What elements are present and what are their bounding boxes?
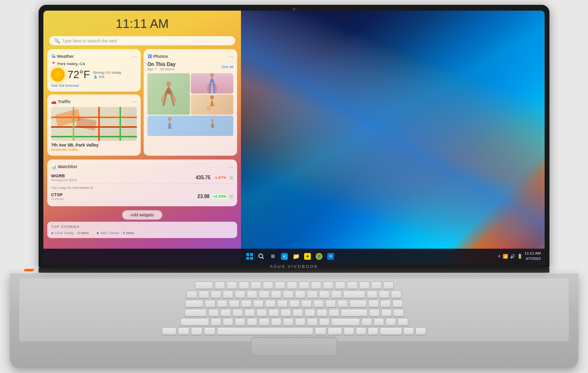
key-arrow-down[interactable] — [356, 327, 366, 335]
key-x[interactable] — [223, 318, 233, 326]
chrome-button[interactable] — [314, 252, 324, 261]
key-m[interactable] — [283, 318, 294, 326]
key-t[interactable] — [253, 300, 264, 307]
key-0[interactable] — [307, 291, 318, 298]
key-bracket-l[interactable] — [325, 300, 336, 307]
key-f1[interactable] — [214, 281, 225, 289]
key-2[interactable] — [211, 291, 221, 298]
key-num3[interactable] — [398, 318, 408, 326]
task-view-button[interactable]: ⊞ — [268, 252, 278, 261]
app1-button[interactable]: ★ — [303, 252, 312, 261]
watchlist-more-button[interactable]: ··· — [228, 163, 233, 170]
key-num2[interactable] — [386, 318, 396, 326]
key-alt-l[interactable] — [204, 327, 215, 335]
touchpad[interactable] — [251, 337, 337, 356]
key-f12[interactable] — [347, 281, 358, 289]
key-backtick[interactable] — [187, 291, 197, 298]
key-num8[interactable] — [380, 300, 391, 307]
key-shift-r[interactable] — [331, 318, 360, 326]
weather-forecast-link[interactable]: See full forecast — [51, 83, 137, 88]
key-5[interactable] — [247, 291, 257, 298]
key-g[interactable] — [256, 309, 267, 317]
key-7[interactable] — [271, 291, 281, 298]
key-r[interactable] — [241, 300, 252, 307]
search-bar[interactable]: 🔍 Type here to search the web — [49, 36, 235, 45]
key-f10[interactable] — [323, 281, 334, 289]
key-semicolon[interactable] — [317, 309, 327, 317]
key-f3[interactable] — [239, 281, 249, 289]
key-u[interactable] — [277, 300, 288, 307]
key-nummul[interactable] — [391, 291, 401, 298]
search-taskbar-button[interactable] — [256, 252, 266, 261]
file-explorer-button[interactable]: 📁 — [291, 252, 301, 261]
key-space[interactable] — [217, 327, 313, 335]
key-1[interactable] — [199, 291, 209, 298]
outlook-button[interactable]: O — [326, 252, 335, 261]
key-capslock[interactable] — [185, 309, 207, 317]
key-ctrl-l[interactable] — [162, 327, 176, 335]
key-num9[interactable] — [392, 300, 403, 307]
key-alt-r[interactable] — [315, 327, 326, 335]
key-z[interactable] — [211, 318, 221, 326]
key-arrow-up[interactable] — [361, 318, 372, 326]
key-p[interactable] — [313, 300, 324, 307]
key-f2[interactable] — [227, 281, 237, 289]
key-equals[interactable] — [331, 291, 342, 298]
key-num1[interactable] — [374, 318, 384, 326]
key-f11[interactable] — [335, 281, 346, 289]
start-button[interactable] — [245, 252, 254, 261]
key-o[interactable] — [301, 300, 312, 307]
key-9[interactable] — [295, 291, 306, 298]
key-4[interactable] — [235, 291, 245, 298]
key-b[interactable] — [259, 318, 269, 326]
key-numenter[interactable] — [415, 327, 426, 335]
weather-more-button[interactable]: ··· — [132, 53, 137, 60]
key-f5[interactable] — [263, 281, 273, 289]
key-3[interactable] — [223, 291, 233, 298]
key-f7[interactable] — [287, 281, 297, 289]
key-f6[interactable] — [275, 281, 285, 289]
key-tab[interactable] — [185, 300, 203, 307]
key-period[interactable] — [307, 318, 318, 326]
key-prtsc[interactable] — [383, 281, 394, 289]
key-num0[interactable] — [380, 327, 402, 335]
key-arrow-left[interactable] — [344, 327, 354, 335]
add-widgets-button[interactable]: Add widgets — [122, 210, 162, 220]
photos-see-all-link[interactable]: See all — [222, 65, 233, 69]
key-a[interactable] — [208, 309, 219, 317]
key-backspace[interactable] — [343, 291, 365, 298]
key-win[interactable] — [191, 327, 202, 335]
key-8[interactable] — [283, 291, 294, 298]
chevron-up-icon[interactable]: ∧ — [498, 254, 501, 258]
key-f8[interactable] — [299, 281, 309, 289]
key-backslash[interactable] — [349, 300, 367, 307]
key-i[interactable] — [289, 300, 300, 307]
key-comma[interactable] — [295, 318, 306, 326]
key-num5[interactable] — [381, 309, 392, 317]
key-6[interactable] — [259, 291, 269, 298]
key-f9[interactable] — [311, 281, 321, 289]
key-j[interactable] — [281, 309, 291, 317]
key-v[interactable] — [247, 318, 257, 326]
key-esc[interactable] — [195, 281, 213, 289]
key-num4[interactable] — [369, 309, 380, 317]
key-c[interactable] — [235, 318, 245, 326]
key-numdiv[interactable] — [379, 291, 389, 298]
traffic-more-button[interactable]: ··· — [132, 98, 137, 105]
key-s[interactable] — [220, 309, 231, 317]
key-f[interactable] — [244, 309, 255, 317]
key-n[interactable] — [271, 318, 281, 326]
key-quote[interactable] — [329, 309, 339, 317]
key-num7[interactable] — [368, 300, 379, 307]
key-k[interactable] — [293, 309, 303, 317]
edge-button[interactable]: e — [280, 252, 289, 261]
key-shift-l[interactable] — [180, 318, 209, 326]
photos-more-button[interactable]: ··· — [228, 53, 233, 60]
key-numdot[interactable] — [403, 327, 414, 335]
key-arrow-right[interactable] — [368, 327, 378, 335]
key-h[interactable] — [268, 309, 279, 317]
key-minus[interactable] — [319, 291, 330, 298]
key-w[interactable] — [217, 300, 227, 307]
key-fn[interactable] — [178, 327, 189, 335]
key-del[interactable] — [359, 281, 370, 289]
